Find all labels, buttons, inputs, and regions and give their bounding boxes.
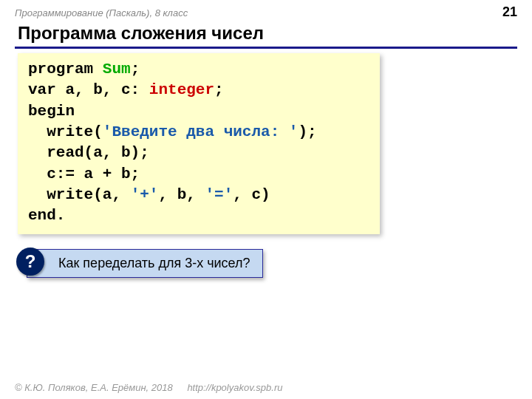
code-line: program Sum; bbox=[28, 59, 369, 80]
slide-title: Программа сложения чисел bbox=[0, 21, 532, 47]
code-line: write(a, '+', b, '=', c) bbox=[28, 185, 369, 205]
slide-footer: © К.Ю. Поляков, Е.А. Ерёмин, 2018 http:/… bbox=[15, 382, 282, 393]
question-text: Как переделать для 3-х чисел? bbox=[27, 249, 263, 278]
footer-credit: © К.Ю. Поляков, Е.А. Ерёмин, 2018 bbox=[15, 382, 173, 393]
code-line: c:= a + b; bbox=[28, 164, 369, 185]
question-mark-icon: ? bbox=[16, 248, 44, 276]
question-callout: ? Как переделать для 3-х чисел? bbox=[27, 249, 532, 278]
code-block: program Sum; var a, b, c: integer; begin… bbox=[18, 53, 380, 234]
code-line: begin bbox=[28, 101, 369, 122]
header-subject: Программирование (Паскаль), 8 класс bbox=[15, 7, 188, 18]
code-line: var a, b, c: integer; bbox=[28, 80, 369, 100]
code-line: write('Введите два числа: '); bbox=[28, 122, 369, 143]
code-line: read(a, b); bbox=[28, 143, 369, 163]
code-line: end. bbox=[28, 205, 369, 226]
header-page-number: 21 bbox=[502, 4, 517, 20]
footer-url: http://kpolyakov.spb.ru bbox=[187, 382, 282, 393]
title-underline bbox=[15, 47, 517, 49]
slide-header: Программирование (Паскаль), 8 класс 21 bbox=[0, 0, 532, 21]
